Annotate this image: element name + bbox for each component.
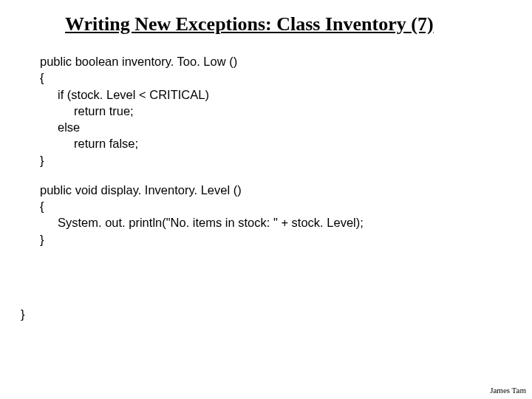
code-line: else: [40, 119, 364, 135]
code-line: return true;: [40, 103, 364, 119]
code-line: return false;: [40, 135, 364, 151]
code-line: {: [40, 198, 364, 214]
code-block: public boolean inventory. Too. Low () { …: [40, 53, 364, 248]
code-line: }: [21, 307, 25, 321]
attribution: James Tam: [490, 386, 526, 395]
code-line: }: [40, 231, 364, 248]
slide-title: Writing New Exceptions: Class Inventory …: [65, 13, 434, 35]
code-line: {: [40, 69, 364, 86]
code-line: public boolean inventory. Too. Low (): [40, 53, 364, 69]
code-line: if (stock. Level < CRITICAL): [40, 86, 364, 103]
code-line: public void display. Inventory. Level (): [40, 182, 364, 198]
code-line: System. out. println("No. items in stock…: [40, 214, 364, 231]
code-line: }: [40, 152, 364, 168]
